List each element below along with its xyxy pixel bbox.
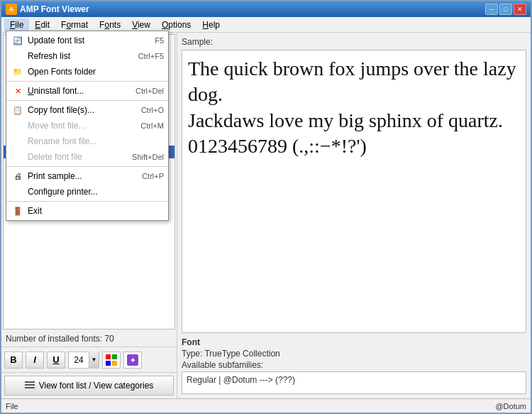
underline-button[interactable]: U	[47, 352, 65, 369]
font-type: Type: TrueType Collection	[182, 349, 526, 359]
color-button[interactable]	[102, 352, 121, 369]
view-font-list-button[interactable]: View font list / View categories	[4, 376, 174, 396]
refresh-list-label: Refresh list	[28, 51, 131, 61]
copy-font-shortcut: Ctrl+O	[141, 106, 164, 114]
menu-item-copy-font-files[interactable]: 📋 Copy font file(s)... Ctrl+O	[6, 102, 168, 118]
special-icon: ✦	[126, 354, 139, 366]
move-font-icon	[11, 120, 25, 131]
view-buttons-area: View font list / View categories	[1, 372, 177, 398]
font-size-input[interactable]	[69, 355, 89, 365]
rename-font-icon	[11, 136, 25, 147]
exit-label: Exit	[28, 206, 157, 216]
status-bar: File @Dotum	[1, 398, 531, 413]
sample-area: The quick brown fox jumps over the lazy …	[182, 50, 526, 333]
rename-font-label: Rename font file...	[28, 136, 157, 146]
configure-printer-label: Configure printer...	[28, 187, 157, 197]
delete-font-shortcut: Shift+Del	[132, 153, 164, 161]
separator-3	[6, 166, 168, 167]
uninstall-font-shortcut: Ctrl+Del	[135, 87, 164, 95]
separator-4	[6, 201, 168, 202]
window-controls: ─ □ ✕	[485, 4, 526, 15]
menu-item-delete-font-file: Delete font file Shift+Del	[6, 149, 168, 165]
svg-text:✦: ✦	[130, 356, 136, 364]
svg-rect-0	[106, 354, 111, 359]
italic-button[interactable]: I	[26, 352, 44, 369]
copy-font-icon: 📋	[11, 104, 25, 116]
update-font-list-icon: 🔄	[11, 35, 25, 46]
menu-item-exit[interactable]: 🚪 Exit	[6, 203, 168, 219]
minimize-button[interactable]: ─	[485, 4, 498, 15]
update-font-list-label: Update font list	[28, 36, 148, 45]
move-font-label: Move font file...	[28, 121, 133, 131]
menu-item-rename-font-file: Rename font file...	[6, 134, 168, 149]
separator-1	[6, 81, 168, 82]
menu-file[interactable]: File	[4, 18, 29, 31]
print-sample-shortcut: Ctrl+P	[142, 172, 164, 180]
menu-item-configure-printer[interactable]: Configure printer...	[6, 184, 168, 200]
menu-item-uninstall-font[interactable]: ✕ Uninstall font... Ctrl+Del	[6, 83, 168, 99]
move-font-shortcut: Ctrl+M	[140, 121, 164, 130]
font-count: Number of installed fonts: 70	[1, 331, 177, 347]
font-info: Font Type: TrueType Collection Available…	[182, 337, 526, 394]
delete-font-icon	[11, 151, 25, 163]
bold-button[interactable]: B	[4, 352, 23, 369]
subfamilies-box: Regular | @Dotum ---> (???)	[182, 371, 526, 394]
file-dropdown-menu: 🔄 Update font list F5 Refresh list Ctrl+…	[6, 31, 169, 221]
special-button[interactable]: ✦	[123, 352, 142, 369]
menu-fonts[interactable]: Fonts	[94, 18, 126, 31]
menu-item-refresh-list[interactable]: Refresh list Ctrl+F5	[6, 48, 168, 64]
svg-rect-1	[112, 354, 117, 359]
menu-view[interactable]: View	[126, 18, 156, 31]
font-size-control: ▼	[68, 352, 99, 369]
close-button[interactable]: ✕	[514, 4, 526, 15]
menu-format[interactable]: Format	[55, 18, 94, 31]
sample-label: Sample:	[182, 37, 526, 47]
list-icon	[25, 381, 36, 391]
copy-font-label: Copy font file(s)...	[28, 105, 134, 115]
open-fonts-folder-label: Open Fonts folder	[28, 67, 157, 77]
uninstall-font-icon: ✕	[11, 85, 25, 97]
svg-rect-7	[25, 384, 35, 386]
exit-icon: 🚪	[11, 205, 25, 217]
app-icon: A	[6, 4, 17, 15]
svg-rect-6	[25, 381, 35, 383]
uninstall-font-label: Uninstall font...	[28, 86, 128, 96]
window-title: AMP Font Viewer	[20, 4, 485, 14]
update-font-list-shortcut: F5	[155, 36, 164, 45]
menu-help[interactable]: Help	[196, 18, 226, 31]
main-window: A AMP Font Viewer ─ □ ✕ File Edit Format…	[0, 0, 532, 414]
menu-item-print-sample[interactable]: 🖨 Print sample... Ctrl+P	[6, 168, 168, 184]
svg-rect-2	[106, 361, 111, 366]
refresh-list-icon	[11, 50, 25, 62]
title-bar: A AMP Font Viewer ─ □ ✕	[1, 1, 531, 17]
format-toolbar: B I U ▼	[1, 347, 177, 372]
menu-item-open-fonts-folder[interactable]: 📁 Open Fonts folder	[6, 64, 168, 80]
color-grid-icon	[105, 354, 118, 366]
menu-item-update-font-list[interactable]: 🔄 Update font list F5	[6, 33, 168, 48]
maximize-button[interactable]: □	[499, 4, 512, 15]
menu-edit[interactable]: Edit	[29, 18, 55, 31]
svg-rect-3	[112, 361, 117, 366]
configure-printer-icon	[11, 186, 25, 197]
subfamilies-label: Available subfamilies:	[182, 360, 526, 370]
menu-options[interactable]: Options	[156, 18, 196, 31]
status-right: @Dotum	[495, 402, 526, 410]
print-sample-label: Print sample...	[28, 171, 135, 181]
menu-item-move-font-file: Move font file... Ctrl+M	[6, 118, 168, 134]
svg-rect-8	[25, 387, 35, 388]
right-panel: Sample: The quick brown fox jumps over t…	[177, 33, 531, 398]
status-left: File	[6, 402, 495, 410]
delete-font-label: Delete font file	[28, 152, 125, 162]
print-sample-icon: 🖨	[11, 170, 25, 182]
font-size-dropdown[interactable]: ▼	[89, 352, 99, 369]
open-fonts-folder-icon: 📁	[11, 66, 25, 77]
refresh-list-shortcut: Ctrl+F5	[138, 52, 164, 60]
font-label: Font	[182, 337, 526, 347]
separator-2	[6, 100, 168, 101]
